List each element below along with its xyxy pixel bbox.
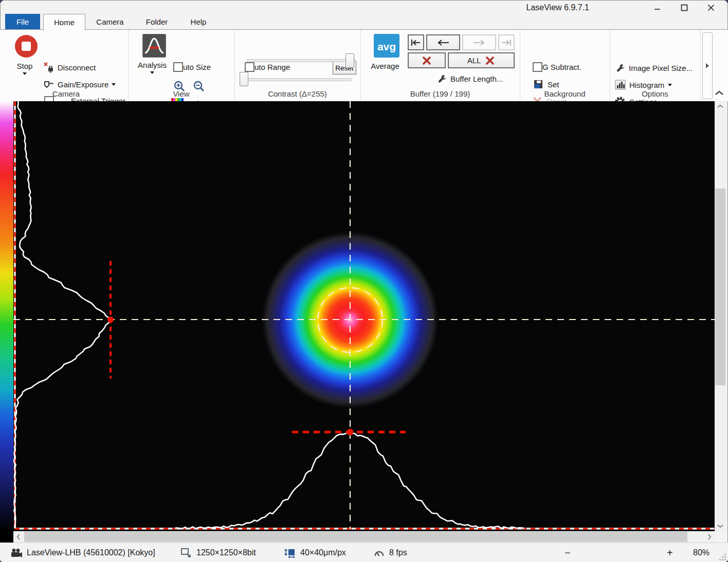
camera-group-label: Camera xyxy=(4,89,128,98)
view-group-label: View xyxy=(128,89,234,98)
image-size-value: 1250×1250×8bit xyxy=(196,548,256,557)
status-bar: LaseView-LHB (45610002) [Kokyo] 1250×125… xyxy=(0,542,728,562)
image-pixel-size-button[interactable]: Image Pixel Size... xyxy=(616,63,693,72)
disconnect-label: Disconnect xyxy=(58,63,96,72)
auto-size-toggle[interactable]: Auto Size xyxy=(173,63,211,71)
buffer-delete-button[interactable] xyxy=(408,52,446,68)
delete-all-x-icon xyxy=(485,55,495,66)
app-window: LaseView 6.9.7.1 File Home Camera Folder… xyxy=(0,0,728,562)
minimize-button[interactable] xyxy=(649,1,666,14)
ribbon-overflow-button[interactable] xyxy=(702,32,713,99)
stop-label: Stop xyxy=(9,62,40,70)
disconnect-icon xyxy=(43,62,54,73)
wrench-icon xyxy=(438,74,447,83)
bg-subtract-checkbox[interactable] xyxy=(533,62,542,72)
stop-button[interactable]: Stop xyxy=(9,34,40,75)
disconnect-button[interactable]: Disconnect xyxy=(43,62,96,73)
beam-viewer[interactable] xyxy=(0,101,715,531)
contrast-max-slider-handle[interactable] xyxy=(345,53,354,68)
title-bar: LaseView 6.9.7.1 xyxy=(0,0,728,14)
auto-range-label: Auto Range xyxy=(249,63,290,71)
maximize-icon xyxy=(681,4,688,11)
gain-exposure-button[interactable]: Gain/Exposure xyxy=(43,79,116,90)
resize-grip[interactable] xyxy=(719,554,726,561)
close-icon xyxy=(707,4,715,11)
auto-range-toggle[interactable]: Auto Range xyxy=(245,63,290,71)
bg-subtract-toggle[interactable]: BG Subtract. xyxy=(533,63,581,71)
zoom-in-control[interactable]: + xyxy=(667,543,673,562)
ribbon-group-background: BG Subtract. Set Reset Background xyxy=(520,30,610,101)
histogram-button[interactable]: Histogram xyxy=(615,80,672,90)
ribbon-group-contrast: Auto Range Reset Contrast (Δ=255) xyxy=(234,30,361,101)
background-set-button[interactable]: Set xyxy=(533,79,559,89)
save-background-icon xyxy=(533,79,543,89)
average-icon: avg xyxy=(374,34,399,58)
horizontal-scroll-thumb[interactable] xyxy=(24,532,687,542)
histogram-dropdown-caret xyxy=(668,84,672,86)
buffer-delete-all-button[interactable]: ALL xyxy=(448,52,515,68)
histogram-label: Histogram xyxy=(629,81,664,89)
ribbon-group-view: Analysis Auto Size xyxy=(128,30,235,101)
vertical-scrollbar[interactable] xyxy=(715,101,726,531)
scroll-right-button[interactable] xyxy=(704,531,715,542)
gain-exposure-label: Gain/Exposure xyxy=(58,80,108,89)
pixel-size-icon xyxy=(284,548,296,558)
zoom-out-control[interactable]: − xyxy=(565,543,571,562)
scroll-right-icon xyxy=(707,534,712,540)
left-profile-peak-dot xyxy=(107,316,114,323)
camera-icon xyxy=(10,548,23,558)
zoom-level: 80% xyxy=(693,543,709,562)
average-button[interactable]: avg Average xyxy=(370,34,401,70)
analysis-icon xyxy=(142,34,166,58)
bg-subtract-label: BG Subtract. xyxy=(537,63,581,71)
buffer-last-button[interactable] xyxy=(498,34,515,50)
window-title: LaseView 6.9.7.1 xyxy=(526,3,589,12)
stop-dropdown-caret xyxy=(23,72,27,75)
scroll-down-icon xyxy=(717,524,723,528)
svg-text:avg: avg xyxy=(377,41,395,52)
scroll-down-button[interactable] xyxy=(715,521,726,531)
horizontal-scrollbar[interactable] xyxy=(13,531,715,542)
background-set-label: Set xyxy=(548,80,559,89)
scroll-left-button[interactable] xyxy=(13,531,24,542)
options-group-label: Options xyxy=(610,89,700,98)
ribbon-group-options: Image Pixel Size... Histogram Sett xyxy=(610,30,701,101)
buffer-length-label: Buffer Length... xyxy=(450,74,503,83)
tab-home[interactable]: Home xyxy=(43,14,85,30)
image-size-status: 1250×1250×8bit xyxy=(180,543,256,562)
contrast-min-slider-handle[interactable] xyxy=(240,72,248,86)
fps-gauge-icon xyxy=(373,548,385,558)
zoom-level-value: 80% xyxy=(693,548,709,557)
ribbon-group-camera: Stop Disconnect Gain/Exposure xyxy=(4,30,129,101)
average-label: Average xyxy=(370,62,401,70)
zoom-in-label: + xyxy=(667,547,673,559)
auto-size-checkbox[interactable] xyxy=(173,62,183,72)
ribbon-collapse-button[interactable] xyxy=(713,86,725,99)
analysis-button[interactable]: Analysis xyxy=(136,34,168,74)
close-button[interactable] xyxy=(702,1,720,14)
minimize-icon xyxy=(654,4,661,11)
buffer-length-button[interactable]: Buffer Length... xyxy=(438,74,503,83)
vertical-scroll-thumb[interactable] xyxy=(715,189,725,385)
histogram-icon xyxy=(615,80,626,90)
next-arrow-icon xyxy=(472,39,486,46)
buffer-first-button[interactable] xyxy=(408,34,424,50)
buffer-prev-button[interactable] xyxy=(426,34,460,50)
maximize-button[interactable] xyxy=(676,1,693,14)
last-arrow-icon xyxy=(500,39,513,46)
scroll-up-button[interactable] xyxy=(715,101,726,111)
tab-camera[interactable]: Camera xyxy=(87,14,133,30)
pixel-size-wrench-icon xyxy=(616,63,625,72)
prev-arrow-icon xyxy=(436,39,450,46)
beam-image[interactable] xyxy=(0,101,715,531)
menu-tab-row: File Home Camera Folder Help xyxy=(0,13,728,30)
camera-status: LaseView-LHB (45610002) [Kokyo] xyxy=(10,543,155,562)
tab-folder[interactable]: Folder xyxy=(135,14,179,30)
tab-file[interactable]: File xyxy=(5,14,40,30)
tab-help[interactable]: Help xyxy=(181,14,216,30)
buffer-next-button[interactable] xyxy=(462,34,496,50)
zoom-out-label: − xyxy=(565,547,571,559)
auto-range-checkbox[interactable] xyxy=(245,62,254,72)
framerate-value: 8 fps xyxy=(389,548,407,557)
ribbon-group-buffer: avg Average ALL xyxy=(360,30,520,101)
